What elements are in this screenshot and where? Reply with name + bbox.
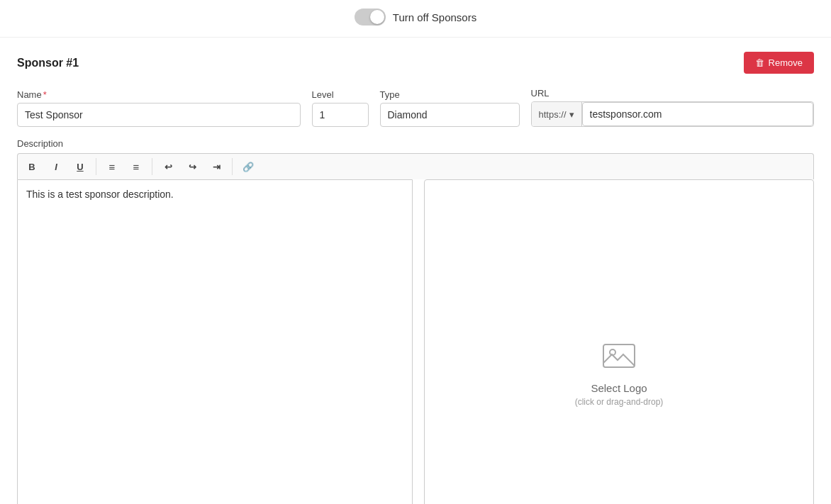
link-button[interactable]: 🔗 [237, 157, 260, 177]
type-input[interactable] [380, 103, 520, 127]
redo-button[interactable]: ↪ [181, 157, 203, 177]
toggle-thumb [370, 10, 384, 24]
italic-button[interactable]: I [45, 157, 67, 177]
toolbar-divider-1 [96, 158, 96, 175]
sponsor-title: Sponsor #1 [17, 57, 79, 69]
remove-button[interactable]: 🗑 Remove [744, 52, 814, 74]
chevron-down-icon: ▾ [569, 109, 574, 120]
logo-title: Select Logo [591, 382, 647, 394]
url-protocol-selector[interactable]: https:// ▾ [532, 102, 582, 126]
unordered-list-icon: ≡ [133, 161, 140, 173]
toggle-label: Turn off Sponsors [393, 11, 476, 23]
name-field-group: Name* [17, 89, 301, 127]
type-label: Type [380, 89, 520, 100]
level-field-group: Level [312, 89, 369, 127]
form-row-fields: Name* Level Type URL https:// ▾ [17, 88, 814, 127]
ordered-list-button[interactable]: ≡ [101, 157, 123, 177]
name-input[interactable] [17, 103, 301, 127]
indent-button[interactable]: ⇥ [205, 157, 228, 177]
url-protocol-label: https:// [539, 109, 567, 120]
logo-subtitle: (click or drag-and-drop) [575, 397, 664, 407]
toolbar-divider-3 [232, 158, 233, 175]
undo-button[interactable]: ↩ [157, 157, 179, 177]
undo-icon: ↩ [164, 162, 172, 172]
type-field-group: Type [380, 89, 520, 127]
name-label: Name* [17, 89, 301, 100]
editor-area: This is a test sponsor description. Sele… [17, 179, 814, 504]
sponsors-toggle[interactable] [355, 9, 386, 26]
main-content: Sponsor #1 🗑 Remove Name* Level Type [0, 38, 831, 504]
logo-upload-area[interactable]: Select Logo (click or drag-and-drop) [424, 179, 814, 504]
toolbar-divider-2 [152, 158, 152, 175]
redo-icon: ↪ [189, 162, 196, 172]
toggle-header: Turn off Sponsors [0, 0, 831, 38]
unordered-list-button[interactable]: ≡ [125, 157, 147, 177]
underline-button[interactable]: U [69, 157, 91, 177]
indent-icon: ⇥ [213, 162, 221, 172]
remove-label: Remove [769, 57, 803, 68]
sponsor-header: Sponsor #1 🗑 Remove [17, 52, 814, 74]
svg-rect-0 [603, 345, 635, 367]
toggle-track [355, 9, 386, 26]
bold-button[interactable]: B [21, 157, 43, 177]
url-field-group: URL https:// ▾ [531, 88, 815, 127]
required-indicator: * [43, 89, 47, 100]
logo-section: Select Logo (click or drag-and-drop) (No… [424, 179, 814, 504]
level-input[interactable] [312, 103, 369, 127]
image-icon [602, 342, 636, 376]
url-label: URL [531, 88, 815, 99]
description-label: Description [17, 138, 814, 149]
ordered-list-icon: ≡ [109, 161, 116, 173]
trash-icon: 🗑 [755, 57, 764, 68]
description-section: Description B I U ≡ ≡ ↩ ↪ [17, 138, 814, 504]
level-label: Level [312, 89, 369, 100]
url-input[interactable] [582, 102, 813, 126]
description-textarea[interactable]: This is a test sponsor description. [17, 179, 413, 504]
url-group: https:// ▾ [531, 101, 815, 127]
page-wrapper: Turn off Sponsors Sponsor #1 🗑 Remove Na… [0, 0, 831, 504]
editor-toolbar: B I U ≡ ≡ ↩ ↪ ⇥ [17, 153, 814, 179]
link-icon: 🔗 [242, 162, 254, 172]
